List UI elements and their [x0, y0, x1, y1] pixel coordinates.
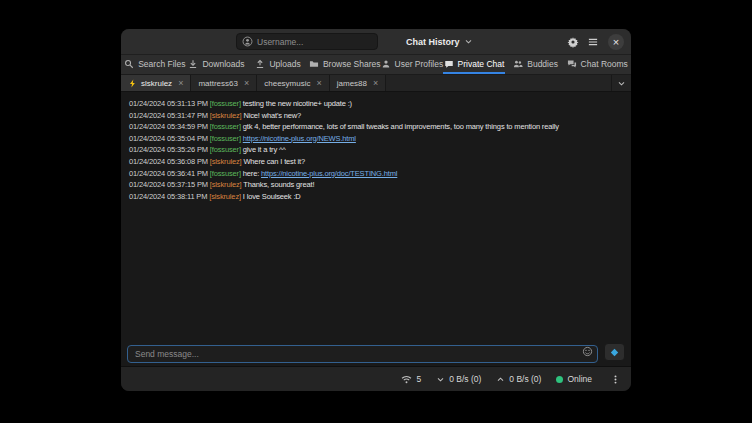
download-status[interactable]: 0 B/s (0) — [436, 374, 481, 384]
tab-private-chat[interactable]: Private Chat — [443, 55, 505, 74]
chat-message: 01/24/2024 05:38:11 PM [slskrulez] I lov… — [129, 191, 623, 203]
message-timestamp: 01/24/2024 05:35:26 PM — [129, 145, 210, 154]
close-tab-icon[interactable]: × — [316, 78, 321, 88]
tab-chat-rooms[interactable]: Chat Rooms — [566, 55, 628, 74]
status-menu-button[interactable] — [607, 369, 623, 389]
chat-message-input[interactable] — [127, 345, 598, 363]
message-username: [slskrulez] — [210, 157, 244, 166]
tab-label: Browse Shares — [323, 59, 381, 69]
tab-label: User Profiles — [395, 59, 444, 69]
message-timestamp: 01/24/2024 05:35:04 PM — [129, 134, 210, 143]
chevron-down-icon — [464, 37, 473, 46]
chat-history-label: Chat History — [406, 37, 460, 47]
upload-status[interactable]: 0 B/s (0) — [496, 374, 541, 384]
chat-tab-james88[interactable]: james88× — [330, 75, 387, 91]
close-icon: × — [613, 36, 619, 48]
message-text: Where can I test it? — [243, 157, 305, 166]
message-text: I love Soulseek :D — [243, 192, 301, 201]
message-link[interactable]: https://nicotine-plus.org/doc/TESTING.ht… — [261, 169, 397, 178]
message-timestamp: 01/24/2024 05:36:08 PM — [129, 157, 210, 166]
tab-label: Search Files — [138, 59, 185, 69]
online-status[interactable]: Online — [556, 374, 592, 384]
tab-search-files[interactable]: Search Files — [124, 55, 186, 74]
download-icon — [188, 59, 198, 69]
nicotine-window: Chat History × Search FilesDownloadsUplo… — [120, 28, 632, 392]
message-text: give it a try ^^ — [243, 145, 286, 154]
close-window-button[interactable]: × — [608, 34, 624, 50]
chat-tab-slskrulez[interactable]: slskrulez× — [121, 75, 191, 91]
tab-user-profiles[interactable]: User Profiles — [381, 55, 444, 74]
tab-browse-shares[interactable]: Browse Shares — [309, 55, 381, 74]
message-timestamp: 01/24/2024 05:31:47 PM — [129, 111, 210, 120]
user-icon — [381, 59, 391, 69]
username-input[interactable] — [257, 37, 372, 47]
download-rate: 0 B/s (0) — [449, 374, 481, 384]
message-text: Thanks, sounds great! — [243, 180, 314, 189]
composer — [121, 342, 631, 366]
message-username: [fossuser] — [210, 134, 243, 143]
tab-label: Chat Rooms — [581, 59, 628, 69]
chat-tab-bar: slskrulez×mattress63×cheesymusic×james88… — [121, 75, 631, 92]
chat-icon — [444, 59, 454, 69]
folder-icon — [309, 59, 319, 69]
connections-count: 5 — [416, 374, 421, 384]
message-username: [slskrulez] — [210, 111, 244, 120]
online-dot-icon — [556, 376, 563, 383]
preferences-button[interactable] — [563, 32, 583, 52]
chat-tab-mattress63[interactable]: mattress63× — [191, 75, 257, 91]
buddies-icon — [513, 59, 523, 69]
chat-tab-label: james88 — [337, 79, 367, 88]
message-username: [fossuser] — [210, 122, 243, 131]
message-timestamp: 01/24/2024 05:31:13 PM — [129, 99, 210, 108]
search-icon — [124, 59, 134, 69]
close-tab-icon[interactable]: × — [178, 78, 183, 88]
emoji-picker-icon[interactable] — [582, 346, 593, 357]
diamond-icon — [609, 347, 620, 358]
nicotine-plus-button[interactable] — [604, 343, 625, 361]
chat-message: 01/24/2024 05:31:47 PM [slskrulez] Nice!… — [129, 110, 623, 122]
main-toolbar: Search FilesDownloadsUploadsBrowse Share… — [121, 55, 631, 75]
message-username: [fossuser] — [210, 145, 243, 154]
chat-message: 01/24/2024 05:34:59 PM [fossuser] gtk 4,… — [129, 121, 623, 133]
tab-downloads[interactable]: Downloads — [186, 55, 248, 74]
gear-icon — [567, 36, 579, 48]
chat-tab-cheesymusic[interactable]: cheesymusic× — [257, 75, 330, 91]
message-link[interactable]: https://nicotine-plus.org/NEWS.html — [243, 134, 356, 143]
connections-status[interactable]: 5 — [401, 374, 421, 385]
chat-rooms-icon — [567, 59, 577, 69]
message-text: here: — [243, 169, 261, 178]
tab-uploads[interactable]: Uploads — [247, 55, 309, 74]
chat-tab-label: mattress63 — [198, 79, 238, 88]
kebab-menu-icon — [610, 374, 621, 385]
message-text: Nice! what's new? — [243, 111, 301, 120]
tab-buddies[interactable]: Buddies — [505, 55, 567, 74]
wifi-icon — [401, 374, 412, 385]
chat-message: 01/24/2024 05:37:15 PM [slskrulez] Thank… — [129, 179, 623, 191]
chevron-down-icon — [436, 375, 445, 384]
chat-tabs-list: slskrulez×mattress63×cheesymusic×james88… — [121, 75, 386, 91]
tab-label: Uploads — [269, 59, 300, 69]
message-timestamp: 01/24/2024 05:38:11 PM — [129, 192, 209, 201]
chat-message: 01/24/2024 05:31:13 PM [fossuser] testin… — [129, 98, 623, 110]
message-text: gtk 4, better performance, lots of small… — [243, 122, 559, 131]
hamburger-menu-icon — [587, 36, 599, 48]
message-timestamp: 01/24/2024 05:37:15 PM — [129, 180, 210, 189]
close-tab-icon[interactable]: × — [244, 78, 249, 88]
chat-message: 01/24/2024 05:36:41 PM [fossuser] here: … — [129, 168, 623, 180]
chevron-down-icon — [617, 79, 626, 88]
headerbar: Chat History × — [121, 29, 631, 55]
highlight-icon — [128, 79, 137, 88]
message-username: [fossuser] — [210, 169, 243, 178]
chat-history-dropdown[interactable]: Chat History — [406, 37, 473, 47]
chat-log[interactable]: 01/24/2024 05:31:13 PM [fossuser] testin… — [121, 92, 631, 342]
menu-button[interactable] — [583, 32, 603, 52]
message-username: [fossuser] — [210, 99, 243, 108]
chat-message: 01/24/2024 05:35:04 PM [fossuser] https:… — [129, 133, 623, 145]
tab-label: Buddies — [527, 59, 558, 69]
tab-overflow-button[interactable] — [611, 75, 631, 91]
username-entry[interactable] — [236, 33, 378, 50]
close-tab-icon[interactable]: × — [373, 78, 378, 88]
upload-icon — [255, 59, 265, 69]
desktop-background: Chat History × Search FilesDownloadsUplo… — [0, 0, 752, 423]
tab-label: Downloads — [202, 59, 244, 69]
